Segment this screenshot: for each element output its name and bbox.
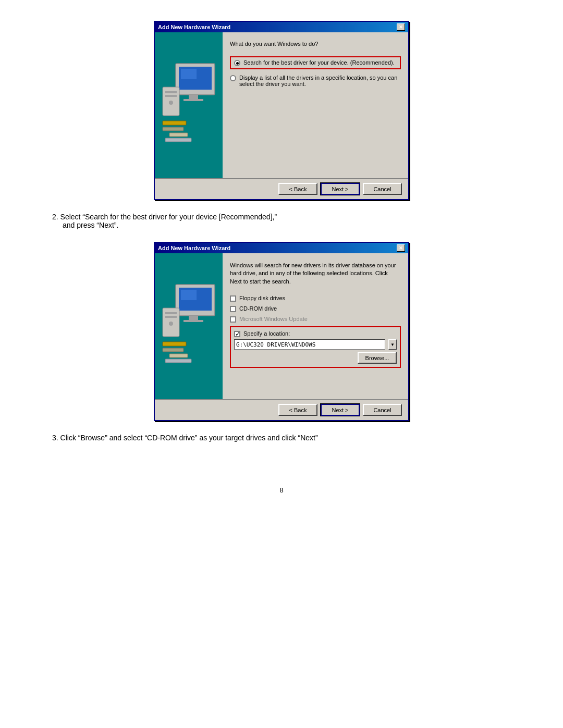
checkbox4-row: Specify a location: <box>234 330 397 337</box>
svg-rect-3 <box>189 95 198 99</box>
svg-rect-7 <box>165 95 177 97</box>
svg-rect-17 <box>183 320 203 322</box>
checkbox-winupdate[interactable] <box>230 316 236 323</box>
page-number-area: 8 <box>42 486 521 494</box>
dialog2-cancel-button[interactable]: Cancel <box>363 404 402 416</box>
dialog2-options: Floppy disk drives CD-ROM drive Microsof… <box>230 295 401 368</box>
step2-line2: and press “Next”. <box>63 221 277 229</box>
dialog2-titlebar: Add New Hardware Wizard ✕ <box>155 243 408 253</box>
dropdown-arrow-icon[interactable]: ▼ <box>388 339 397 350</box>
location-input[interactable] <box>234 339 385 350</box>
checkbox3-label: Microsoft Windows Update <box>239 316 308 322</box>
location-section: Specify a location: ▼ Browse... <box>230 326 401 368</box>
browse-row: Browse... <box>234 352 397 364</box>
svg-rect-22 <box>163 342 186 346</box>
dialog2: Add New Hardware Wizard ✕ <box>154 242 409 421</box>
dialog2-description: Windows will search for new drivers in i… <box>230 262 401 286</box>
radio-option2[interactable] <box>230 75 236 81</box>
svg-rect-19 <box>165 312 177 314</box>
dialog1-options: Search for the best driver for your devi… <box>230 56 401 87</box>
cancel-button[interactable]: Cancel <box>363 183 402 195</box>
dialog2-body: Windows will search for new drivers in i… <box>155 253 408 399</box>
step3-instruction: 3. Click “Browse” and select “CD-ROM dri… <box>52 434 318 442</box>
titlebar-buttons: ✕ <box>397 23 405 31</box>
dialog2-back-button[interactable]: < Back <box>278 404 317 416</box>
checkbox2-row: CD-ROM drive <box>230 305 401 312</box>
browse-button[interactable]: Browse... <box>358 352 397 364</box>
svg-rect-25 <box>165 359 191 363</box>
dialog1-footer: < Back Next > Cancel <box>155 178 408 199</box>
step3-text: 3. Click “Browse” and select “CD-ROM dri… <box>52 434 318 442</box>
step2-instruction: 2. Select “Search for the best driver fo… <box>52 213 277 229</box>
checkbox1-label: Floppy disk drives <box>239 295 285 301</box>
svg-rect-4 <box>183 99 203 101</box>
svg-rect-24 <box>169 354 188 357</box>
checkbox3-row: Microsoft Windows Update <box>230 316 401 323</box>
svg-rect-15 <box>181 290 197 300</box>
dialog1-question: What do you want Windows to do? <box>230 41 401 47</box>
dialog2-sidebar <box>155 253 223 399</box>
next-button[interactable]: Next > <box>321 183 360 195</box>
option1-label: Search for the best driver for your devi… <box>243 59 395 66</box>
step2-line1: 2. Select “Search for the best driver fo… <box>52 213 277 221</box>
checkbox-floppy[interactable] <box>230 295 236 302</box>
svg-rect-10 <box>163 127 183 131</box>
checkbox1-row: Floppy disk drives <box>230 295 401 302</box>
computer-illustration <box>160 56 217 155</box>
close-icon[interactable]: ✕ <box>397 23 405 31</box>
svg-rect-20 <box>165 316 177 318</box>
radio-option1[interactable] <box>234 60 240 66</box>
svg-point-8 <box>169 101 173 105</box>
dialog2-title: Add New Hardware Wizard <box>158 245 230 251</box>
dialog1: Add New Hardware Wizard ✕ <box>154 21 409 200</box>
dialog1-title: Add New Hardware Wizard <box>158 24 230 30</box>
dialog2-main: Windows will search for new drivers in i… <box>223 253 408 399</box>
dialog1-main: What do you want Windows to do? Search f… <box>223 32 408 178</box>
dialog1-sidebar <box>155 32 223 178</box>
dialog2-next-button[interactable]: Next > <box>321 404 360 416</box>
dialog1-body: What do you want Windows to do? Search f… <box>155 32 408 178</box>
dialog1-titlebar: Add New Hardware Wizard ✕ <box>155 22 408 32</box>
svg-rect-12 <box>165 138 191 142</box>
dialog2-close-icon[interactable]: ✕ <box>397 244 405 252</box>
option2-label: Display a list of all the drivers in a s… <box>239 75 401 87</box>
dialog2-titlebar-buttons: ✕ <box>397 244 405 252</box>
svg-rect-6 <box>165 91 177 93</box>
option2-row: Display a list of all the drivers in a s… <box>230 75 401 87</box>
location-input-row: ▼ <box>234 339 397 350</box>
checkbox2-label: CD-ROM drive <box>239 305 277 312</box>
option1-highlight: Search for the best driver for your devi… <box>230 56 401 69</box>
svg-rect-16 <box>189 316 198 320</box>
page-number: 8 <box>279 486 283 494</box>
checkbox-cdrom[interactable] <box>230 306 236 312</box>
svg-rect-11 <box>169 133 188 137</box>
svg-rect-23 <box>163 348 183 352</box>
checkbox4-label: Specify a location: <box>243 330 290 337</box>
svg-rect-2 <box>181 69 197 79</box>
checkbox-specify[interactable] <box>234 331 240 337</box>
dialog2-footer: < Back Next > Cancel <box>155 399 408 420</box>
svg-point-21 <box>169 322 173 326</box>
back-button[interactable]: < Back <box>278 183 317 195</box>
dialog2-computer-illustration <box>160 277 217 376</box>
svg-rect-9 <box>163 121 186 125</box>
